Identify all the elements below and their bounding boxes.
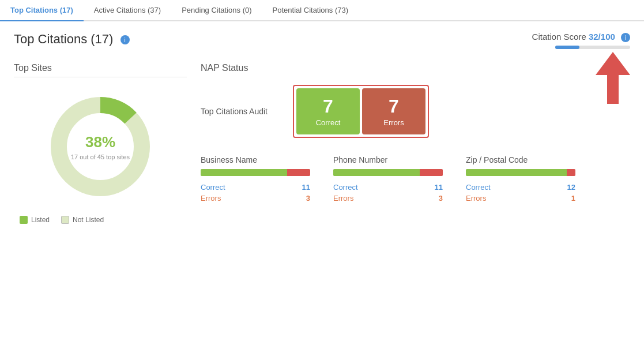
tab-pending-citations[interactable]: Pending Citations (0) (171, 0, 262, 21)
stat-bar-business-correct (201, 169, 287, 176)
citation-score-info-icon[interactable]: i (621, 33, 630, 42)
stat-phone-errors-value: 3 (439, 194, 443, 203)
chart-legend: Listed Not Listed (14, 216, 187, 224)
stat-row-zip-correct: Correct 12 (466, 183, 575, 192)
stat-phone-errors-label: Errors (333, 194, 353, 203)
header-row: Top Citations (17) i Citation Score 32/1… (14, 32, 630, 49)
stat-bar-zip-code (466, 169, 575, 176)
legend-item-not-listed: Not Listed (61, 216, 104, 224)
stats-columns: Business Name Correct 11 Errors 3 (201, 155, 630, 205)
stat-col-phone-number-title: Phone Number (333, 155, 443, 164)
stat-zip-errors-label: Errors (466, 194, 486, 203)
nap-status-title: NAP Status (201, 63, 630, 73)
donut-description: 17 out of 45 top sites (71, 153, 130, 160)
legend-item-listed: Listed (20, 216, 50, 224)
audit-label: Top Citations Audit (201, 107, 293, 116)
stat-business-correct-value: 11 (302, 183, 310, 192)
audit-boxes: 7 Correct 7 Errors (293, 85, 429, 138)
stat-bar-phone-errors (420, 169, 443, 176)
citation-score-value: 32/100 (589, 32, 615, 42)
arrow-decoration (596, 52, 630, 106)
tab-bar: Top Citations (17) Active Citations (37)… (0, 0, 644, 21)
tab-potential-citations[interactable]: Potential Citations (73) (262, 0, 359, 21)
score-bar-fill (555, 46, 579, 49)
score-bar-track (555, 46, 630, 49)
stat-zip-correct-value: 12 (567, 183, 575, 192)
audit-correct-number: 7 (323, 96, 333, 117)
stat-business-errors-value: 3 (306, 194, 310, 203)
stat-col-business-name: Business Name Correct 11 Errors 3 (201, 155, 310, 205)
audit-row: Top Citations Audit 7 Correct 7 Errors (201, 85, 630, 138)
stat-row-business-errors: Errors 3 (201, 194, 310, 203)
stat-business-errors-label: Errors (201, 194, 221, 203)
page-title-info-icon[interactable]: i (120, 35, 130, 44)
stat-col-phone-number: Phone Number Correct 11 Errors 3 (333, 155, 443, 205)
donut-center: 38% 17 out of 45 top sites (71, 133, 130, 160)
legend-dot-listed (20, 216, 28, 224)
citation-score-section: Citation Score 32/100 i (532, 32, 630, 49)
stat-bar-zip-errors (567, 169, 575, 176)
legend-dot-not-listed (61, 216, 69, 224)
stat-row-zip-errors: Errors 1 (466, 194, 575, 203)
tab-active-citations[interactable]: Active Citations (37) (84, 0, 171, 21)
stat-bar-zip-correct (466, 169, 567, 176)
stat-bar-phone-number (333, 169, 443, 176)
page-title: Top Citations (17) i (14, 32, 130, 47)
stat-phone-correct-value: 11 (435, 183, 443, 192)
stat-zip-correct-label: Correct (466, 183, 491, 192)
page-title-section: Top Citations (17) i (14, 32, 130, 47)
audit-correct-label: Correct (316, 118, 341, 127)
stat-zip-errors-value: 1 (571, 194, 575, 203)
donut-percent: 38% (71, 133, 130, 151)
stat-phone-correct-label: Correct (333, 183, 358, 192)
stat-col-zip-code: Zip / Postal Code Correct 12 Errors 1 (466, 155, 575, 205)
audit-errors-label: Errors (383, 118, 404, 127)
stat-bar-business-name (201, 169, 310, 176)
top-sites-panel: Top Sites 38% 17 out of 45 top sites (14, 63, 187, 224)
legend-label-listed: Listed (31, 216, 50, 224)
svg-marker-0 (596, 52, 630, 104)
citation-score-label: Citation Score 32/100 i (532, 32, 630, 42)
stat-bar-business-errors (287, 169, 310, 176)
tab-top-citations[interactable]: Top Citations (17) (0, 0, 84, 21)
audit-box-correct: 7 Correct (296, 88, 360, 134)
stat-col-business-name-title: Business Name (201, 155, 310, 164)
stat-row-phone-correct: Correct 11 (333, 183, 443, 192)
stat-bar-phone-correct (333, 169, 420, 176)
main-grid: Top Sites 38% 17 out of 45 top sites (14, 63, 630, 224)
top-sites-title: Top Sites (14, 63, 187, 77)
stat-col-zip-code-title: Zip / Postal Code (466, 155, 575, 164)
stat-row-phone-errors: Errors 3 (333, 194, 443, 203)
donut-chart-container: 38% 17 out of 45 top sites (14, 89, 187, 204)
stat-row-business-correct: Correct 11 (201, 183, 310, 192)
audit-errors-number: 7 (389, 96, 399, 117)
legend-label-not-listed: Not Listed (73, 216, 104, 224)
stat-business-correct-label: Correct (201, 183, 225, 192)
audit-box-errors: 7 Errors (362, 88, 425, 134)
nap-status-panel: NAP Status Top Citations Audit 7 Correct… (201, 63, 630, 224)
